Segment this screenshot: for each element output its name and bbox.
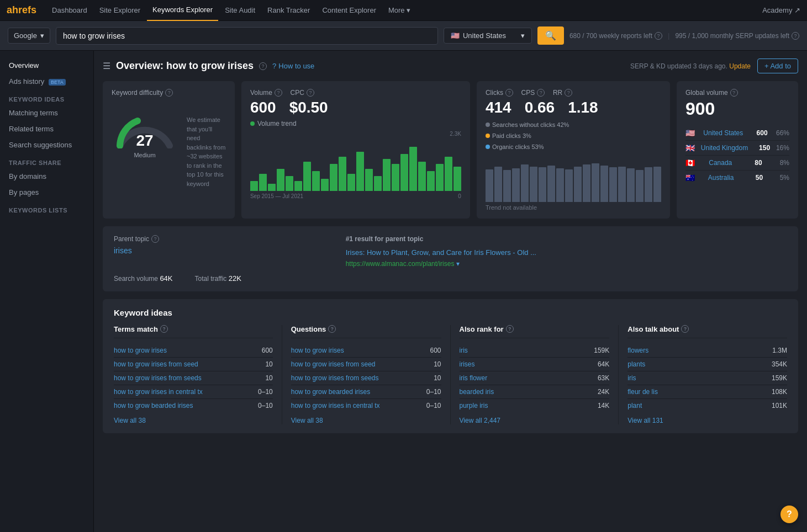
engine-select[interactable]: Google ▾ [8,28,50,44]
sidebar-item-matching-terms[interactable]: Matching terms [0,105,93,121]
nav-more[interactable]: More ▾ [383,0,416,21]
ideas-keyword-link[interactable]: how to grow irises [114,347,167,354]
ideas-col-help-icon[interactable]: ? [160,325,168,333]
ideas-col-1: Questions ? how to grow irises 600 how t… [282,325,451,424]
ideas-keyword-link[interactable]: how to grow bearded irises [291,388,370,396]
country-name-link[interactable]: Australia [708,174,734,182]
cpc-help-icon[interactable]: ? [307,89,314,97]
result-title-link[interactable]: Irises: How to Plant, Grow, and Care for… [346,247,787,258]
ideas-keyword-link[interactable]: how to grow irises from seeds [114,374,202,382]
logo[interactable]: ahrefs [7,4,36,16]
ideas-keyword-link[interactable]: iris flower [460,374,488,382]
country-select[interactable]: 🇺🇸 United States ▾ [444,28,532,44]
view-all-link[interactable]: View all 38 [291,412,441,424]
ideas-keyword-link[interactable]: how to grow bearded irises [114,402,193,409]
nav-links: Dashboard Site Explorer Keywords Explore… [46,0,762,21]
ideas-volume: 0–10 [248,388,273,396]
nav-academy[interactable]: Academy ↗ [762,6,800,14]
ideas-keyword-link[interactable]: how to grow irises [291,347,344,354]
cps-help-icon[interactable]: ? [537,89,545,97]
ideas-col-3: Also talk about ? flowers 1.3M plants 35… [619,325,787,424]
ideas-keyword-link[interactable]: how to grow irises from seeds [291,374,379,382]
clicks-help-icon[interactable]: ? [505,89,513,97]
add-to-button[interactable]: + Add to [757,58,798,73]
nav-site-audit[interactable]: Site Audit [219,0,261,21]
country-name-link[interactable]: Canada [709,159,732,167]
ideas-keyword-link[interactable]: plant [627,402,642,409]
nav-keywords-explorer[interactable]: Keywords Explorer [147,0,218,21]
help-float-button[interactable]: ? [780,506,798,523]
search-input[interactable] [56,27,438,45]
ideas-row: irises 64K [460,358,610,371]
nav-site-explorer[interactable]: Site Explorer [94,0,146,21]
hamburger-icon[interactable]: ☰ [103,61,110,71]
ideas-keyword-link[interactable]: irises [460,360,475,368]
engine-label: Google [14,31,37,40]
ideas-keyword-link[interactable]: flowers [627,347,648,354]
global-country-row: 🇨🇦 Canada 80 8% [685,156,789,171]
clicks-bar [574,167,582,202]
parent-topic-grid: Parent topic ? irises #1 result for pare… [114,235,787,268]
ideas-volume: 159K [762,374,787,382]
search-button[interactable]: 🔍 [537,26,564,45]
ideas-keyword-link[interactable]: how to grow irises from seed [291,360,376,368]
rr-help-icon[interactable]: ? [565,89,572,97]
ideas-keyword-link[interactable]: how to grow irises from seed [114,360,198,368]
ideas-keyword-link[interactable]: fleur de lis [627,388,658,396]
total-traffic-val: 22K [229,274,241,283]
vol-bar [250,181,258,191]
ideas-volume: 0–10 [416,388,441,396]
dropdown-icon[interactable]: ▾ [456,260,460,268]
updated-text: SERP & KD updated 3 days ago. Update [630,62,751,70]
nav-content-explorer[interactable]: Content Explorer [317,0,382,21]
nav-rank-tracker[interactable]: Rank Tracker [262,0,315,21]
ideas-keyword-link[interactable]: how to grow irises in central tx [291,402,380,409]
ideas-col-help-icon[interactable]: ? [506,325,514,333]
keyword-ideas-grid: Terms match ? how to grow irises 600 how… [114,325,787,424]
country-vol: 150 [751,144,770,152]
volume-help-icon[interactable]: ? [275,89,282,97]
ideas-volume: 10 [416,360,441,368]
vol-bar [445,157,452,191]
ideas-keyword-link[interactable]: how to grow irises in central tx [114,388,203,396]
ideas-keyword-link[interactable]: iris [627,374,636,382]
sidebar-item-by-domains[interactable]: By domains [0,168,93,184]
ideas-col-help-icon[interactable]: ? [328,325,336,333]
search-volume-item: Search volume 64K [114,274,173,283]
vol-bar [365,169,373,191]
country-name-link[interactable]: United Kingdom [701,144,748,152]
ideas-keyword-link[interactable]: bearded iris [460,388,494,396]
sidebar-item-related-terms[interactable]: Related terms [0,121,93,137]
kd-help-icon[interactable]: ? [165,89,173,97]
ideas-keyword-link[interactable]: plants [627,360,645,368]
flag-icon: 🇬🇧 [685,143,695,152]
update-link[interactable]: Update [729,62,751,70]
parent-topic-link[interactable]: irises [114,246,132,255]
ideas-row: bearded iris 24K [460,385,610,399]
sidebar-item-ads-history[interactable]: Ads history BETA [0,73,93,89]
nav-dashboard[interactable]: Dashboard [46,0,93,21]
sidebar-item-by-pages[interactable]: By pages [0,184,93,200]
vol-bar [453,167,461,191]
view-all-link[interactable]: View all 2,447 [460,412,610,424]
clicks-card: Clicks ? CPS ? RR ? 414 0.66 1.18 Search… [477,81,670,219]
rr-value: 1.18 [568,99,598,116]
ideas-keyword-link[interactable]: purple iris [460,402,488,409]
result-url-link[interactable]: https://www.almanac.com/plant/irises [346,260,455,268]
how-to-use-link[interactable]: ? How to use [272,62,314,70]
view-all-link[interactable]: View all 131 [627,412,787,424]
sidebar-item-overview[interactable]: Overview [0,57,93,73]
page-title-help-icon[interactable]: ? [259,62,267,70]
parent-topic-help-icon[interactable]: ? [151,235,159,243]
ideas-col-help-icon[interactable]: ? [681,325,689,333]
ideas-row: how to grow bearded irises 0–10 [114,399,273,412]
global-help-icon[interactable]: ? [730,89,738,97]
quota-monthly-help-icon[interactable]: ? [792,32,799,40]
sidebar-item-search-suggestions[interactable]: Search suggestions [0,137,93,153]
country-name-link[interactable]: United States [703,129,743,137]
ideas-keyword-link[interactable]: iris [460,347,468,354]
country-vol: 600 [748,129,768,137]
ideas-volume: 10 [248,374,273,382]
view-all-link[interactable]: View all 38 [114,412,273,424]
quota-weekly-help-icon[interactable]: ? [655,32,662,40]
